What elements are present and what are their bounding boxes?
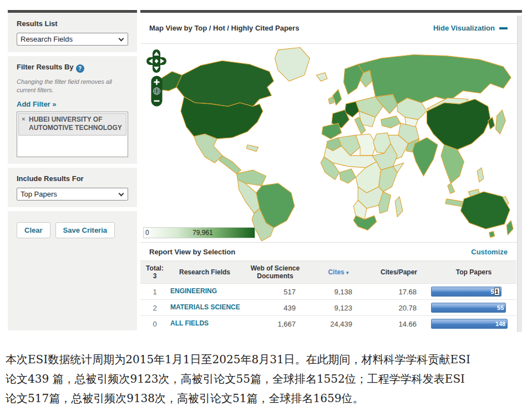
map-view-title: Map View by Top / Hot / Highly Cited Pap… — [149, 24, 299, 32]
table-row: 1 ENGINEERING 517 9,138 17.68 51 — [140, 283, 516, 299]
summary-line: 本次ESI数据统计周期为2015年1月1日至2025年8月31日。在此期间，材料… — [6, 350, 528, 369]
country-shape — [506, 220, 513, 235]
sidebar: Results List Research Fields Filter Resu… — [8, 10, 137, 330]
results-list-section: Results List Research Fields — [8, 13, 137, 52]
legend-max-value: 79,961 — [192, 229, 213, 237]
col-research-fields: Research Fields — [169, 266, 240, 278]
country-shape — [322, 123, 341, 139]
col-total-value: 3 — [141, 272, 168, 280]
col-wos-documents: Web of Science Documents — [240, 262, 310, 283]
filter-title: Filter Results By? — [17, 63, 128, 73]
cites-per-paper-value: 17.68 — [367, 288, 431, 296]
country-shape — [496, 110, 506, 134]
wos-documents-value: 517 — [240, 288, 310, 296]
map-header: Map View by Top / Hot / Highly Cited Pap… — [140, 13, 522, 44]
report-header: Report View by Selection Customize — [140, 242, 522, 260]
top-papers-bar[interactable]: 148 — [431, 319, 508, 329]
top-papers-value-cursor: 1 — [495, 288, 499, 295]
include-results-select[interactable]: Top Papers — [17, 188, 128, 201]
include-results-label: Include Results For — [17, 174, 128, 183]
filter-item-label: HUBEI UNIVERSITY OF AUTOMOTIVE TECHNOLOG… — [29, 116, 122, 132]
top-papers-value: 148 — [495, 320, 505, 327]
legend-min-value: 0 — [145, 229, 149, 237]
filter-listbox[interactable]: × HUBEI UNIVERSITY OF AUTOMOTIVE TECHNOL… — [17, 112, 128, 157]
chevron-down-icon — [119, 191, 124, 196]
country-shape — [489, 232, 495, 238]
results-list-label: Results List — [17, 19, 128, 28]
top-papers-value: 55 — [497, 304, 504, 311]
hide-visualization-label: Hide Visualization — [433, 24, 495, 32]
chevron-down-icon — [119, 36, 124, 42]
row-rank: 1 — [140, 288, 169, 296]
summary-line: 论文517篇，总被引频次9138次，高被引论文51篇，全球排名1659位。 — [6, 389, 528, 408]
country-shape — [441, 145, 464, 183]
top-papers-bar[interactable]: 51 — [431, 287, 501, 297]
include-results-section: Include Results For Top Papers — [8, 168, 137, 207]
zoom-out-icon — [154, 101, 159, 102]
col-top-papers: Top Papers — [431, 266, 516, 278]
country-shape — [477, 168, 484, 182]
cites-value: 24,439 — [310, 320, 367, 328]
col-cites-label: Cites — [328, 268, 344, 276]
top-papers-bar[interactable]: 55 — [431, 303, 506, 313]
filter-note: Changing the filter field removes all cu… — [17, 78, 128, 94]
country-shape — [328, 97, 334, 104]
country-shape — [246, 145, 259, 152]
main-panel: Map View by Top / Hot / Highly Cited Pap… — [140, 10, 522, 332]
row-rank: 0 — [140, 320, 169, 328]
map-legend: 0 79,961 — [143, 227, 255, 238]
country-shape — [395, 197, 403, 217]
cites-value: 9,123 — [310, 304, 367, 312]
row-rank: 2 — [140, 304, 169, 312]
field-link-materials-science[interactable]: MATERIALS SCIENCE — [169, 304, 240, 312]
country-shape — [219, 156, 241, 173]
field-link-all-fields[interactable]: ALL FIELDS — [169, 320, 240, 328]
results-table: Total: 3 Research Fields Web of Science … — [140, 260, 516, 332]
results-list-select[interactable]: Research Fields — [17, 33, 128, 46]
cites-per-paper-value: 14.66 — [367, 320, 431, 328]
country-shape — [176, 61, 273, 106]
summary-line: 论文439 篇，总被引频次9123次，高被引论文55篇，全球排名1552位；工程… — [6, 369, 528, 389]
remove-filter-icon[interactable]: × — [22, 116, 25, 123]
wos-documents-value: 439 — [240, 304, 310, 312]
country-shape — [379, 167, 398, 192]
top-papers-value: 5 — [490, 288, 494, 295]
filter-title-text: Filter Results By — [17, 63, 74, 71]
help-icon[interactable]: ? — [76, 64, 84, 73]
filter-section: Filter Results By? Changing the filter f… — [8, 56, 137, 164]
map-pan-control[interactable] — [146, 49, 166, 73]
add-filter-link[interactable]: Add Filter » — [17, 100, 57, 108]
filter-item[interactable]: × HUBEI UNIVERSITY OF AUTOMOTIVE TECHNOL… — [18, 113, 126, 136]
report-view-title: Report View by Selection — [149, 248, 235, 256]
cites-per-paper-value: 20.78 — [367, 304, 431, 312]
country-shape — [275, 47, 310, 81]
country-shape — [316, 73, 327, 81]
include-results-selected-value: Top Papers — [21, 190, 57, 198]
country-shape — [381, 116, 401, 128]
hide-visualization-button[interactable]: Hide Visualization — [433, 24, 508, 32]
world-choropleth-map[interactable] — [140, 44, 516, 242]
summary-text: 本次ESI数据统计周期为2015年1月1日至2025年8月31日。在此期间，材料… — [6, 350, 528, 408]
save-criteria-button[interactable]: Save Criteria — [55, 222, 115, 238]
country-shape — [448, 183, 455, 193]
north-america — [157, 47, 310, 173]
table-row: 2 MATERIALS SCIENCE 439 9,123 20.78 55 — [140, 299, 516, 315]
country-shape — [340, 169, 356, 183]
field-link-engineering[interactable]: ENGINEERING — [169, 288, 240, 295]
esi-screenshot: Results List Research Fields Filter Resu… — [0, 0, 532, 416]
col-cites-per-paper: Cites/Paper — [367, 266, 431, 278]
sort-descending-icon: ▾ — [346, 270, 349, 275]
table-header-row: Total: 3 Research Fields Web of Science … — [140, 260, 516, 283]
africa — [321, 133, 404, 230]
clear-button[interactable]: Clear — [17, 222, 50, 238]
wos-documents-value: 1,667 — [240, 320, 310, 328]
minimize-icon — [499, 27, 508, 29]
col-cites-sort[interactable]: Cites ▾ — [310, 266, 367, 278]
customize-link[interactable]: Customize — [471, 248, 508, 256]
map-zoom-control[interactable] — [151, 76, 163, 107]
country-shape — [460, 192, 510, 229]
map-area: 0 79,961 — [140, 44, 522, 242]
country-shape — [413, 138, 438, 176]
results-list-selected-value: Research Fields — [21, 35, 73, 43]
col-total: Total: 3 — [140, 262, 169, 283]
